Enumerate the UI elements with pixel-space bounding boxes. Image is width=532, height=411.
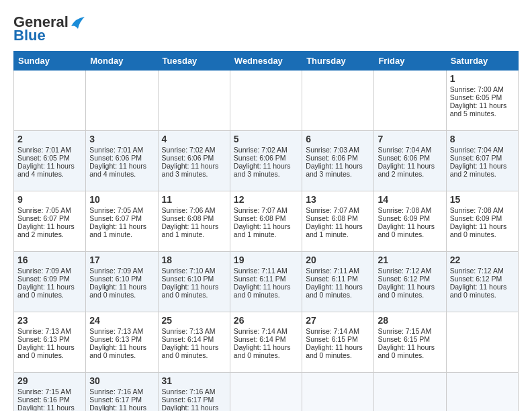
weekday-header-wednesday: Wednesday: [230, 52, 302, 71]
calendar-cell: 19Sunrise: 7:11 AMSunset: 6:11 PMDayligh…: [230, 252, 302, 312]
weekday-header-tuesday: Tuesday: [158, 52, 230, 71]
calendar-cell: 29Sunrise: 7:15 AMSunset: 6:16 PMDayligh…: [14, 373, 86, 412]
calendar-cell: 22Sunrise: 7:12 AMSunset: 6:12 PMDayligh…: [446, 252, 518, 312]
calendar-cell: 8Sunrise: 7:04 AMSunset: 6:07 PMDaylight…: [446, 131, 518, 191]
day-number: 16: [17, 255, 82, 265]
calendar-cell: [446, 312, 518, 373]
weekday-header-thursday: Thursday: [302, 52, 374, 71]
calendar-cell: 18Sunrise: 7:10 AMSunset: 6:10 PMDayligh…: [158, 252, 230, 312]
header: General Blue: [13, 13, 519, 44]
logo: General Blue: [13, 13, 86, 44]
day-number: 5: [234, 134, 298, 144]
empty-cell: [302, 71, 374, 131]
day-number: 4: [162, 134, 226, 144]
calendar-cell: 12Sunrise: 7:07 AMSunset: 6:08 PMDayligh…: [230, 191, 302, 252]
calendar-cell: 1Sunrise: 7:00 AMSunset: 6:05 PMDaylight…: [446, 71, 518, 131]
day-number: 13: [306, 194, 370, 205]
logo-blue-text: Blue: [13, 27, 46, 44]
day-number: 25: [162, 315, 226, 326]
day-number: 2: [17, 134, 82, 144]
day-number: 3: [89, 134, 154, 144]
calendar-cell: 31Sunrise: 7:16 AMSunset: 6:17 PMDayligh…: [158, 373, 230, 412]
calendar-cell: 13Sunrise: 7:07 AMSunset: 6:08 PMDayligh…: [302, 191, 374, 252]
calendar-cell: 10Sunrise: 7:05 AMSunset: 6:07 PMDayligh…: [86, 191, 158, 252]
calendar-cell: 25Sunrise: 7:13 AMSunset: 6:14 PMDayligh…: [158, 312, 230, 373]
calendar-row: 29Sunrise: 7:15 AMSunset: 6:16 PMDayligh…: [14, 373, 519, 412]
day-number: 20: [306, 255, 370, 265]
day-number: 6: [306, 134, 370, 144]
day-number: 11: [162, 194, 226, 205]
day-number: 14: [378, 194, 442, 205]
calendar-row: 2Sunrise: 7:01 AMSunset: 6:05 PMDaylight…: [14, 131, 519, 191]
day-number: 29: [17, 375, 82, 386]
day-number: 21: [378, 255, 442, 265]
header-row: SundayMondayTuesdayWednesdayThursdayFrid…: [14, 52, 519, 71]
weekday-header-sunday: Sunday: [14, 52, 86, 71]
weekday-header-monday: Monday: [86, 52, 158, 71]
day-number: 31: [162, 375, 226, 386]
calendar-cell: [230, 373, 302, 412]
calendar-cell: 5Sunrise: 7:02 AMSunset: 6:06 PMDaylight…: [230, 131, 302, 191]
day-number: 22: [450, 255, 515, 265]
calendar-cell: 26Sunrise: 7:14 AMSunset: 6:14 PMDayligh…: [230, 312, 302, 373]
calendar-cell: 3Sunrise: 7:01 AMSunset: 6:06 PMDaylight…: [86, 131, 158, 191]
day-number: 17: [89, 255, 154, 265]
day-number: 19: [234, 255, 298, 265]
calendar-cell: 20Sunrise: 7:11 AMSunset: 6:11 PMDayligh…: [302, 252, 374, 312]
day-number: 27: [306, 315, 370, 326]
empty-cell: [230, 71, 302, 131]
day-number: 9: [17, 194, 82, 205]
calendar-cell: 2Sunrise: 7:01 AMSunset: 6:05 PMDaylight…: [14, 131, 86, 191]
calendar-cell: 23Sunrise: 7:13 AMSunset: 6:13 PMDayligh…: [14, 312, 86, 373]
empty-cell: [158, 71, 230, 131]
day-number: 24: [89, 315, 154, 326]
calendar-cell: 17Sunrise: 7:09 AMSunset: 6:10 PMDayligh…: [86, 252, 158, 312]
calendar-cell: 7Sunrise: 7:04 AMSunset: 6:06 PMDaylight…: [374, 131, 446, 191]
day-number: 30: [89, 375, 154, 386]
calendar-cell: 21Sunrise: 7:12 AMSunset: 6:12 PMDayligh…: [374, 252, 446, 312]
day-number: 26: [234, 315, 298, 326]
calendar-cell: 27Sunrise: 7:14 AMSunset: 6:15 PMDayligh…: [302, 312, 374, 373]
day-number: 15: [450, 194, 515, 205]
calendar-cell: 6Sunrise: 7:03 AMSunset: 6:06 PMDaylight…: [302, 131, 374, 191]
day-number: 1: [450, 73, 515, 84]
day-number: 18: [162, 255, 226, 265]
calendar-cell: 30Sunrise: 7:16 AMSunset: 6:17 PMDayligh…: [86, 373, 158, 412]
logo-bird-icon: [70, 17, 85, 29]
day-number: 12: [234, 194, 298, 205]
empty-cell: [14, 71, 86, 131]
calendar-cell: [374, 373, 446, 412]
day-number: 28: [378, 315, 442, 326]
calendar-cell: [302, 373, 374, 412]
calendar-cell: 9Sunrise: 7:05 AMSunset: 6:07 PMDaylight…: [14, 191, 86, 252]
day-number: 7: [378, 134, 442, 144]
calendar-cell: 4Sunrise: 7:02 AMSunset: 6:06 PMDaylight…: [158, 131, 230, 191]
calendar-cell: [446, 373, 518, 412]
calendar-row: 23Sunrise: 7:13 AMSunset: 6:13 PMDayligh…: [14, 312, 519, 373]
day-number: 8: [450, 134, 515, 144]
empty-cell: [86, 71, 158, 131]
calendar-cell: 15Sunrise: 7:08 AMSunset: 6:09 PMDayligh…: [446, 191, 518, 252]
calendar-table: SundayMondayTuesdayWednesdayThursdayFrid…: [13, 51, 519, 411]
day-number: 23: [17, 315, 82, 326]
weekday-header-friday: Friday: [374, 52, 446, 71]
calendar-row: 9Sunrise: 7:05 AMSunset: 6:07 PMDaylight…: [14, 191, 519, 252]
calendar-row: 16Sunrise: 7:09 AMSunset: 6:09 PMDayligh…: [14, 252, 519, 312]
empty-cell: [374, 71, 446, 131]
day-number: 10: [89, 194, 154, 205]
calendar-cell: 14Sunrise: 7:08 AMSunset: 6:09 PMDayligh…: [374, 191, 446, 252]
calendar-cell: 28Sunrise: 7:15 AMSunset: 6:15 PMDayligh…: [374, 312, 446, 373]
calendar-cell: 16Sunrise: 7:09 AMSunset: 6:09 PMDayligh…: [14, 252, 86, 312]
weekday-header-saturday: Saturday: [446, 52, 518, 71]
calendar-cell: 11Sunrise: 7:06 AMSunset: 6:08 PMDayligh…: [158, 191, 230, 252]
calendar-cell: 24Sunrise: 7:13 AMSunset: 6:13 PMDayligh…: [86, 312, 158, 373]
calendar-row: 1Sunrise: 7:00 AMSunset: 6:05 PMDaylight…: [14, 71, 519, 131]
